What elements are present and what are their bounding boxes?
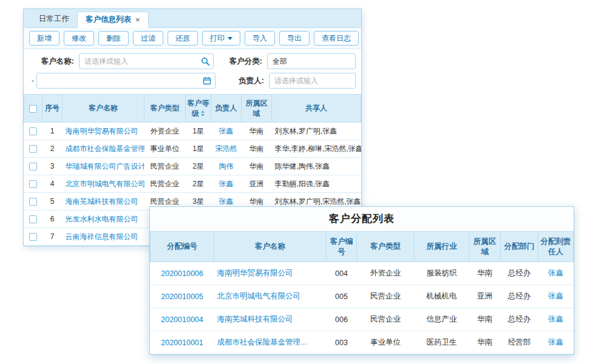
tab-customer-info-list[interactable]: 客户信息列表× bbox=[77, 12, 149, 28]
row-index: 5 bbox=[42, 193, 63, 211]
tab-close-icon[interactable]: × bbox=[135, 16, 140, 24]
toolbar-button-view-log[interactable]: 查看日志 bbox=[314, 31, 359, 46]
customer-name-filter bbox=[79, 53, 214, 69]
sort-icon[interactable] bbox=[201, 110, 205, 116]
owner-label: 负责人: bbox=[215, 76, 269, 86]
allocation-no-link[interactable]: 2020010004 bbox=[161, 315, 203, 324]
customer-no-cell: 005 bbox=[327, 285, 357, 308]
industry-cell: 信息产业 bbox=[415, 308, 469, 331]
customer-name-link[interactable]: 成都市社会保险基金管理... bbox=[217, 338, 307, 346]
customer-level-cell: 2星 bbox=[186, 158, 211, 175]
column-header: 客户编号 bbox=[327, 232, 357, 262]
owner-input[interactable] bbox=[269, 73, 356, 89]
date-filter bbox=[36, 73, 215, 89]
column-header: 客户名称 bbox=[214, 232, 327, 262]
column-header[interactable]: 共享人 bbox=[272, 95, 361, 123]
customer-category-label: 客户分类: bbox=[214, 56, 267, 67]
row-checkbox[interactable] bbox=[29, 180, 37, 188]
industry-cell: 医药卫生 bbox=[415, 331, 469, 354]
customer-type-cell: 民营企业 bbox=[357, 285, 415, 308]
column-header[interactable]: 客户类型 bbox=[144, 95, 186, 123]
customer-name-link[interactable]: 成都市社会保险基金管理... bbox=[66, 144, 144, 153]
allocation-no-link[interactable]: 2020010005 bbox=[161, 292, 203, 301]
toolbar-button-modify[interactable]: 修改 bbox=[64, 31, 94, 46]
customer-row: 2成都市社会保险基金管理...事业单位1星宋浩然华南李华,李婷,柳琳,宋浩然,张… bbox=[24, 140, 361, 158]
industry-cell: 服装纺织 bbox=[415, 262, 469, 285]
customer-category-input[interactable] bbox=[267, 53, 356, 69]
owner-link[interactable]: 陶伟 bbox=[219, 162, 234, 170]
column-header: 分配部门 bbox=[501, 232, 538, 262]
search-icon[interactable] bbox=[201, 57, 209, 66]
toolbar-button-add[interactable]: 新增 bbox=[29, 31, 59, 46]
allocation-table-body: 2020010006海南明华贸易有限公司004外资企业服装纺织华南总经办张鑫20… bbox=[151, 262, 574, 354]
customer-name-link[interactable]: 华瑞城有限公司广告设计部 bbox=[66, 162, 144, 170]
dept-cell: 经营部 bbox=[501, 331, 538, 354]
row-checkbox[interactable] bbox=[29, 215, 37, 223]
customer-no-cell: 006 bbox=[327, 308, 357, 331]
region-cell: 亚洲 bbox=[469, 285, 501, 308]
assignee-link[interactable]: 张鑫 bbox=[548, 315, 563, 323]
customer-no-cell: 003 bbox=[327, 331, 357, 354]
row-checkbox[interactable] bbox=[29, 233, 37, 241]
allocation-table: 分配编号客户名称客户编号客户类型所属行业所属区域分配部门分配到责任人 20200… bbox=[150, 231, 574, 354]
tab-daily-work[interactable]: 日常工作 bbox=[31, 11, 77, 27]
customer-type-cell: 民营企业 bbox=[357, 308, 415, 331]
row-index: 1 bbox=[42, 123, 63, 140]
customer-name-link[interactable]: 海南明华贸易有限公司 bbox=[217, 269, 293, 277]
column-header: 分配编号 bbox=[151, 232, 214, 262]
column-header: 所属行业 bbox=[415, 232, 469, 262]
toolbar-button-import[interactable]: 导入 bbox=[245, 31, 275, 46]
toolbar-button-filter[interactable]: 过滤 bbox=[133, 31, 163, 46]
dept-cell: 总经办 bbox=[501, 262, 538, 285]
assignee-link[interactable]: 张鑫 bbox=[548, 292, 563, 300]
customer-type-cell: 事业单位 bbox=[144, 140, 186, 158]
customer-name-link[interactable]: 海南芜城科技有限公司 bbox=[66, 197, 138, 206]
dept-cell: 总经办 bbox=[501, 308, 538, 331]
shared-with-cell: 李华,李婷,柳琳,宋浩然,张鑫 bbox=[272, 140, 361, 158]
date-range-separator: - bbox=[29, 76, 36, 85]
toolbar-button-delete[interactable]: 删除 bbox=[98, 31, 129, 46]
customer-name-link[interactable]: 海南明华贸易有限公司 bbox=[66, 127, 138, 135]
owner-link[interactable]: 张鑫 bbox=[219, 197, 234, 206]
customer-name-input[interactable] bbox=[79, 53, 214, 69]
tab-label: 客户信息列表 bbox=[86, 15, 131, 25]
owner-link[interactable]: 张鑫 bbox=[219, 180, 234, 188]
customer-row: 4北京市明城电气有限公司民营企业2星张鑫亚洲李勤丽,阳强,张鑫 bbox=[24, 175, 361, 193]
region-cell: 华南 bbox=[242, 140, 272, 158]
column-header[interactable]: 负责人 bbox=[211, 95, 242, 123]
column-header[interactable]: 客户等级 bbox=[186, 95, 211, 123]
customer-level-cell: 1星 bbox=[186, 140, 211, 158]
owner-link[interactable]: 宋浩然 bbox=[215, 144, 237, 153]
row-index: 7 bbox=[42, 228, 63, 246]
allocation-no-link[interactable]: 2020010001 bbox=[161, 339, 203, 347]
row-checkbox[interactable] bbox=[29, 163, 37, 170]
select-all-checkbox[interactable] bbox=[29, 105, 37, 113]
row-checkbox[interactable] bbox=[29, 198, 37, 206]
allocation-row: 2020010004海南芜城科技有限公司006民营企业信息产业华南总经办张鑫 bbox=[151, 308, 574, 331]
owner-link[interactable]: 张鑫 bbox=[219, 127, 234, 135]
customer-name-link[interactable]: 云南海祥信息有限公司 bbox=[66, 232, 138, 241]
toolbar-button-export[interactable]: 导出 bbox=[279, 31, 310, 46]
customer-name-link[interactable]: 光发水利水电有限公司 bbox=[66, 215, 138, 223]
column-header[interactable]: 所属区域 bbox=[242, 95, 272, 123]
calendar-icon[interactable] bbox=[203, 76, 211, 85]
row-checkbox[interactable] bbox=[29, 145, 37, 153]
column-header: 分配到责任人 bbox=[538, 232, 574, 262]
toolbar-button-print[interactable]: 打印 bbox=[202, 31, 240, 46]
shared-with-cell: 陈华健,陶伟,张鑫 bbox=[272, 158, 361, 175]
tab-bar: 日常工作客户信息列表× bbox=[24, 9, 361, 28]
customer-name-link[interactable]: 北京市明城电气有限公司 bbox=[66, 180, 144, 188]
toolbar-button-restore[interactable]: 还原 bbox=[168, 31, 198, 46]
assignee-link[interactable]: 张鑫 bbox=[548, 269, 563, 277]
column-header[interactable]: 序号 bbox=[42, 95, 63, 123]
customer-name-link[interactable]: 海南芜城科技有限公司 bbox=[217, 315, 293, 323]
row-checkbox[interactable] bbox=[29, 127, 37, 135]
assignee-link[interactable]: 张鑫 bbox=[548, 338, 563, 346]
date-input[interactable] bbox=[36, 73, 215, 89]
row-index: 6 bbox=[42, 211, 63, 228]
customer-level-cell: 1星 bbox=[186, 123, 211, 140]
allocation-row: 2020010006海南明华贸易有限公司004外资企业服装纺织华南总经办张鑫 bbox=[151, 262, 574, 285]
column-header[interactable]: 客户名称 bbox=[63, 95, 144, 123]
allocation-no-link[interactable]: 2020010006 bbox=[161, 269, 203, 278]
customer-name-link[interactable]: 北京市明城电气有限公司 bbox=[217, 292, 301, 300]
